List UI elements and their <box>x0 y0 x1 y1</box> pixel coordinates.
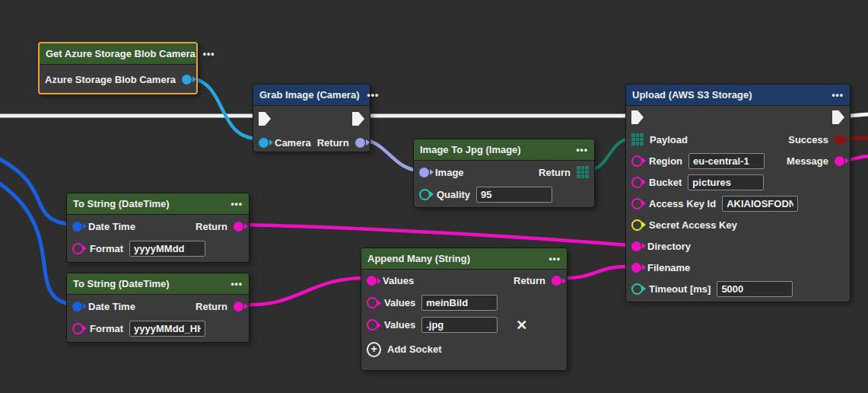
input-pin-filename[interactable] <box>631 263 641 273</box>
input-pin-quality[interactable] <box>419 189 431 200</box>
input-pin-format[interactable] <box>72 243 84 254</box>
node-header[interactable]: Get Azure Storage Blob Camera ••• <box>40 43 196 65</box>
input-pin-bucket[interactable] <box>631 177 643 188</box>
input-label-datetime: Date Time <box>88 221 135 232</box>
node-title: To String (DateTime) <box>73 278 170 289</box>
exec-out-pin[interactable] <box>352 112 364 126</box>
input-label-payload: Payload <box>650 134 688 145</box>
input-pin-directory[interactable] <box>631 241 641 251</box>
input-pin-access-key-id[interactable] <box>631 198 643 209</box>
add-socket-label: Add Socket <box>387 343 442 355</box>
node-header[interactable]: Upload (AWS S3 Storage) ••• <box>626 85 850 106</box>
input-label-values-2: Values <box>384 297 415 308</box>
quality-input[interactable] <box>476 187 552 203</box>
output-pin-message[interactable] <box>835 156 844 166</box>
input-pin-values-1[interactable] <box>367 276 377 286</box>
input-label-access-key-id: Access Key Id <box>649 198 716 209</box>
node-title: Upload (AWS S3 Storage) <box>632 89 752 101</box>
input-pin-datetime[interactable] <box>72 302 82 312</box>
exec-out-pin[interactable] <box>832 110 844 124</box>
input-pin-secret-access-key[interactable] <box>631 219 643 231</box>
output-pin-return[interactable] <box>234 302 243 312</box>
access-key-id-input[interactable] <box>722 196 798 212</box>
input-label-filename: Filename <box>647 262 690 273</box>
input-pin-values-3[interactable] <box>367 319 378 331</box>
wire-append-return-to-filename[interactable] <box>563 267 628 278</box>
input-pin-region[interactable] <box>631 155 643 167</box>
bucket-input[interactable] <box>688 174 764 190</box>
node-image-to-jpg[interactable]: Image To Jpg (Image) ••• Image Return Qu… <box>413 139 595 208</box>
input-label-quality: Quality <box>437 189 470 200</box>
output-label-camera: Azure Storage Blob Camera <box>45 74 176 85</box>
node-header[interactable]: To String (DateTime) ••• <box>67 193 249 215</box>
output-pin-camera[interactable] <box>182 75 192 85</box>
node-menu-icon[interactable]: ••• <box>231 280 243 289</box>
node-title: Get Azure Storage Blob Camera <box>46 48 196 59</box>
output-pin-return[interactable] <box>355 138 365 148</box>
output-label-return: Return <box>539 167 571 178</box>
timeout-input[interactable] <box>717 281 793 297</box>
input-label-camera: Camera <box>275 137 311 149</box>
input-label-datetime: Date Time <box>88 301 135 312</box>
input-label-format: Format <box>90 323 123 334</box>
delete-socket-icon[interactable]: ✕ <box>516 318 527 332</box>
values-2-input[interactable] <box>421 295 498 311</box>
node-header[interactable]: Grab Image (Camera) ••• <box>253 85 370 106</box>
add-socket-button[interactable]: + Add Socket <box>361 336 567 363</box>
output-pin-return-grid[interactable] <box>577 166 589 178</box>
output-label-success: Success <box>788 134 828 145</box>
input-pin-image[interactable] <box>419 168 429 177</box>
output-pin-return[interactable] <box>234 222 243 232</box>
format-input[interactable] <box>129 241 205 257</box>
exec-in-pin[interactable] <box>259 112 271 126</box>
values-3-input[interactable] <box>421 317 498 333</box>
input-pin-timeout[interactable] <box>631 283 643 295</box>
input-label-image: Image <box>435 167 464 178</box>
node-menu-icon[interactable]: ••• <box>576 145 588 155</box>
input-label-format: Format <box>90 243 123 254</box>
output-label-return: Return <box>317 137 349 149</box>
output-pin-return[interactable] <box>552 276 561 286</box>
node-editor-canvas[interactable]: Get Azure Storage Blob Camera ••• Azure … <box>0 0 868 393</box>
input-pin-format[interactable] <box>72 323 84 334</box>
node-header[interactable]: To String (DateTime) ••• <box>67 273 249 295</box>
input-pin-datetime[interactable] <box>72 222 82 232</box>
node-menu-icon[interactable]: ••• <box>367 91 380 100</box>
node-header[interactable]: Append Many (String) ••• <box>361 248 567 270</box>
format-input[interactable] <box>129 321 205 337</box>
input-label-directory: Directory <box>647 241 691 252</box>
node-menu-icon[interactable]: ••• <box>548 254 561 264</box>
input-label-values-1: Values <box>383 275 414 286</box>
output-label-message: Message <box>787 155 828 167</box>
input-label-secret-access-key: Secret Access Key <box>649 219 737 231</box>
node-title: Append Many (String) <box>367 253 470 264</box>
wire-tostring1-to-directory[interactable] <box>243 225 628 245</box>
node-append-many-string[interactable]: Append Many (String) ••• Values Return V… <box>361 248 568 371</box>
node-grab-image[interactable]: Grab Image (Camera) ••• Camera Return <box>253 84 370 152</box>
region-input[interactable] <box>688 153 765 169</box>
node-menu-icon[interactable]: ••• <box>231 200 243 209</box>
node-to-string-datetime-1[interactable]: To String (DateTime) ••• Date Time Retur… <box>66 193 250 263</box>
node-menu-icon[interactable]: ••• <box>203 50 215 59</box>
node-header[interactable]: Image To Jpg (Image) ••• <box>414 139 594 161</box>
node-upload-aws-s3[interactable]: Upload (AWS S3 Storage) ••• Payload Succ… <box>625 84 851 302</box>
output-pin-success[interactable] <box>835 135 844 145</box>
node-menu-icon[interactable]: ••• <box>831 91 844 100</box>
input-label-timeout: Timeout [ms] <box>649 283 711 295</box>
input-pin-values-2[interactable] <box>367 297 378 308</box>
plus-circle-icon[interactable]: + <box>367 342 381 357</box>
input-label-values-3: Values <box>384 319 415 331</box>
wire-tostring2-to-append-values[interactable] <box>243 278 368 305</box>
node-title: Image To Jpg (Image) <box>420 144 521 155</box>
node-to-string-datetime-2[interactable]: To String (DateTime) ••• Date Time Retur… <box>66 273 250 343</box>
node-title: Grab Image (Camera) <box>259 89 360 101</box>
input-pin-payload-grid[interactable] <box>631 133 644 145</box>
output-label-return: Return <box>196 221 227 232</box>
input-label-region: Region <box>649 155 682 167</box>
node-get-azure-storage-blob-camera[interactable]: Get Azure Storage Blob Camera ••• Azure … <box>38 42 198 94</box>
wire-exec-right[interactable] <box>850 114 868 116</box>
input-pin-camera[interactable] <box>259 138 269 148</box>
node-title: To String (DateTime) <box>73 198 170 209</box>
exec-in-pin[interactable] <box>631 110 644 124</box>
output-label-return: Return <box>513 275 545 286</box>
